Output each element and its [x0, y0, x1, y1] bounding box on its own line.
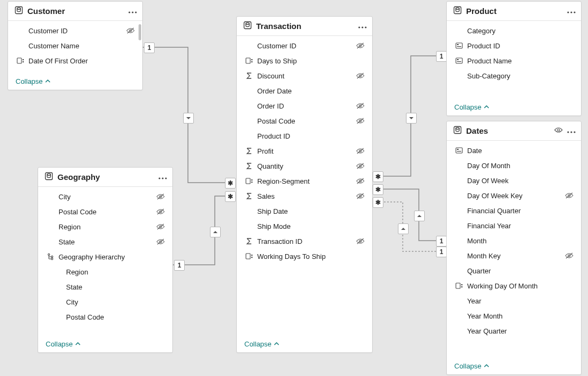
field-row[interactable]: Year: [447, 293, 581, 308]
field-row[interactable]: Region: [38, 219, 172, 234]
field-row[interactable]: Financial Quarter: [447, 203, 581, 218]
field-list: DateDay Of MonthDay Of WeekDay Of Week K…: [447, 143, 581, 338]
field-row[interactable]: Customer Name: [8, 38, 142, 53]
table-card-geography[interactable]: Geography CityPostal CodeRegionStateGeog…: [38, 167, 173, 353]
card-title: Customer: [27, 6, 128, 16]
field-label: Customer ID: [257, 42, 355, 50]
field-label: Date Of First Order: [28, 57, 125, 65]
field-row[interactable]: Financial Year: [447, 218, 581, 233]
card-title: Dates: [466, 126, 554, 135]
field-row[interactable]: Transaction ID: [237, 234, 372, 249]
field-row[interactable]: Discount: [237, 68, 372, 83]
table-card-product[interactable]: Product CategoryProduct IDProduct NameSu…: [446, 1, 582, 116]
field-row[interactable]: Ship Mode: [237, 219, 372, 234]
field-row[interactable]: Ship Date: [237, 204, 372, 219]
field-row[interactable]: Month: [447, 233, 581, 248]
collapse-button[interactable]: Collapse: [447, 359, 581, 374]
field-row[interactable]: Date: [447, 143, 581, 158]
card-icon: [454, 42, 464, 49]
card-header[interactable]: Geography: [38, 168, 172, 187]
svg-rect-83: [461, 284, 462, 285]
chevron-up-icon: [75, 340, 81, 348]
visibility-eye-icon[interactable]: [554, 127, 563, 135]
more-options-icon[interactable]: [158, 173, 167, 181]
field-row[interactable]: Order ID: [237, 98, 372, 113]
card-header[interactable]: Transaction: [237, 17, 372, 36]
field-row[interactable]: Day Of Week: [447, 173, 581, 188]
scrollbar[interactable]: [139, 24, 141, 40]
field-row[interactable]: Postal Code: [38, 309, 172, 324]
card-header[interactable]: Dates: [447, 121, 581, 141]
field-row[interactable]: Days to Ship: [237, 53, 372, 68]
field-row[interactable]: Customer ID: [8, 23, 142, 38]
field-row[interactable]: Year Quarter: [447, 323, 581, 338]
collapse-button[interactable]: Collapse: [8, 74, 142, 90]
svg-point-30: [365, 26, 366, 28]
field-row[interactable]: Sales: [237, 189, 372, 204]
filter-direction-geography: [210, 227, 221, 237]
collapse-label: Collapse: [244, 340, 272, 348]
more-options-icon[interactable]: [567, 127, 576, 135]
more-options-icon[interactable]: [128, 7, 137, 15]
field-row[interactable]: Product ID: [447, 38, 581, 53]
field-label: Sales: [257, 192, 355, 200]
cardinality-product-one: 1: [436, 51, 447, 62]
field-row[interactable]: Year Month: [447, 308, 581, 323]
field-row[interactable]: Day Of Week Key: [447, 188, 581, 203]
card-body: CityPostal CodeRegionStateGeography Hier…: [38, 187, 172, 337]
collapse-button[interactable]: Collapse: [447, 100, 581, 115]
field-row[interactable]: Region: [38, 264, 172, 279]
field-row[interactable]: State: [38, 279, 172, 294]
sigma-icon: [244, 162, 254, 170]
card-title: Transaction: [256, 21, 358, 31]
field-row[interactable]: Postal Code: [38, 204, 172, 219]
svg-rect-33: [246, 58, 250, 63]
svg-rect-82: [456, 283, 460, 288]
field-row[interactable]: Profit: [237, 143, 372, 158]
field-row[interactable]: Month Key: [447, 248, 581, 263]
field-label: Postal Code: [59, 208, 155, 216]
field-row[interactable]: Day Of Month: [447, 158, 581, 173]
table-card-customer[interactable]: Customer Customer IDCustomer NameDate Of…: [8, 1, 143, 90]
filter-direction-product: [406, 113, 417, 124]
table-card-dates[interactable]: Dates DateDay Of MonthDay Of WeekDay Of …: [446, 121, 582, 375]
group-icon: [244, 252, 254, 260]
field-row[interactable]: Geography Hierarchy: [38, 249, 172, 264]
field-row[interactable]: Quantity: [237, 158, 372, 173]
svg-point-71: [557, 129, 560, 131]
field-row[interactable]: Customer ID: [237, 38, 372, 53]
field-label: Discount: [257, 72, 355, 80]
collapse-button[interactable]: Collapse: [237, 337, 372, 352]
sigma-icon: [244, 147, 254, 155]
field-row[interactable]: Working Days To Ship: [237, 249, 372, 264]
hidden-eye-icon: [155, 208, 166, 215]
field-row[interactable]: Product Name: [447, 53, 581, 68]
svg-point-74: [574, 131, 575, 133]
field-row[interactable]: Region-Segment: [237, 173, 372, 189]
more-options-icon[interactable]: [567, 7, 576, 15]
field-row[interactable]: City: [38, 294, 172, 309]
field-row[interactable]: Quarter: [447, 263, 581, 278]
more-options-icon[interactable]: [358, 22, 367, 30]
card-header[interactable]: Product: [447, 2, 581, 21]
field-row[interactable]: Working Day Of Month: [447, 278, 581, 293]
cardinality-geography-one: 1: [174, 260, 185, 271]
field-row[interactable]: Order Date: [237, 83, 372, 98]
hidden-eye-icon: [155, 193, 166, 200]
svg-point-24: [51, 256, 53, 257]
field-row[interactable]: Category: [447, 23, 581, 38]
field-list: Customer IDCustomer NameDate Of First Or…: [8, 23, 142, 68]
field-label: Order Date: [257, 87, 355, 95]
card-header[interactable]: Customer: [8, 2, 142, 21]
svg-point-28: [358, 26, 360, 28]
field-row[interactable]: Sub-Category: [447, 68, 581, 83]
field-row[interactable]: Product ID: [237, 128, 372, 143]
field-row[interactable]: Postal Code: [237, 113, 372, 128]
field-row[interactable]: State: [38, 234, 172, 249]
field-row[interactable]: Date Of First Order: [8, 53, 142, 68]
collapse-button[interactable]: Collapse: [38, 337, 172, 352]
field-row[interactable]: City: [38, 189, 172, 204]
table-card-transaction[interactable]: Transaction Customer IDDays to ShipDisco…: [236, 16, 373, 353]
svg-point-25: [51, 258, 53, 259]
field-label: State: [66, 283, 155, 291]
